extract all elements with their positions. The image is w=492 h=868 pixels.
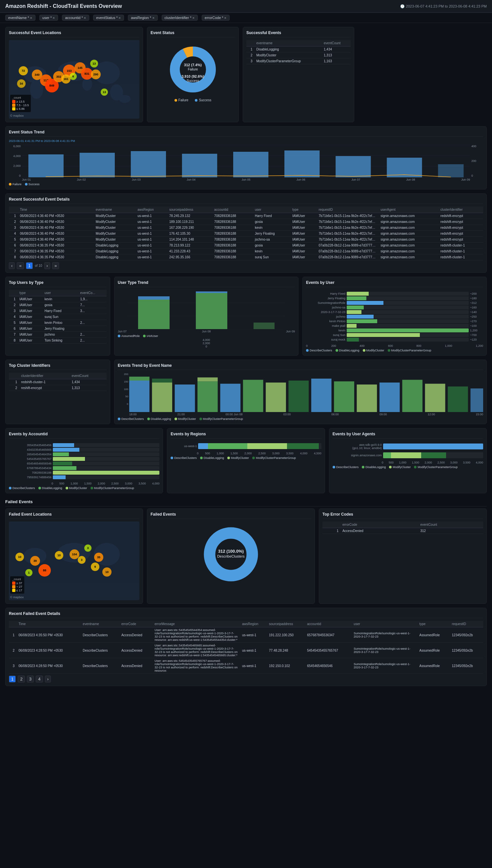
events-trend-legend: DescribeClusters DisableLogging ModifyCl… [118, 417, 483, 421]
useragents-chart: aws-sdk-go/0.9.0(go1.10; linux; amd64) s… [333, 441, 483, 460]
cluster-table: clusterIdentifier eventCount 1redshift-c… [9, 373, 106, 391]
failed-donut-svg: 312 (100.0%) DescribeClusters [201, 525, 261, 584]
table-row: 3 06/08/2023 4:36:40 PM +0530 ModifyClus… [9, 225, 483, 231]
table-row: 4IAMUsersuraj Sun [9, 314, 106, 320]
svg-rect-41 [175, 385, 195, 412]
page-header: Amazon Redshift - CloudTrail Events Over… [0, 0, 492, 13]
failure-label: Failure [178, 98, 189, 102]
failed-page-4[interactable]: 4 [36, 676, 43, 682]
trend-x-axis: Jun 01Jun 02Jun 03Jun 04Jun 05Jun 06Jun … [9, 178, 483, 181]
filter-bar: eventName * user * accountid * eventStat… [0, 13, 492, 23]
map-container: 72 340 34 117 849 302 153 145 831 6 13 1… [9, 40, 140, 119]
table-row: 6 06/08/2023 4:36:35 PM +0530 DisableLog… [9, 242, 483, 248]
trend-legend: Failure Success [9, 183, 483, 186]
svg-rect-22 [182, 154, 217, 177]
col-count: eventCount [322, 40, 351, 47]
filter-awsregion[interactable]: awsRegion * [128, 15, 157, 21]
fbubble-10-1: 10 [16, 553, 24, 561]
fbubble-10-3: 10 [102, 568, 112, 577]
successful-events-table: eventname eventCount 1DisableLogging1,43… [246, 40, 351, 64]
failed-events-table: Time eventname errorCode errorMessage aw… [9, 621, 483, 674]
fbubble-3-2: 3 [78, 556, 85, 564]
svg-rect-51 [379, 383, 400, 412]
svg-rect-20 [80, 153, 115, 177]
table-row: 1redshift-cluster-11,434 [9, 379, 106, 385]
donut-legend: Failure Success [174, 98, 211, 102]
map-legend: _count ≥ 13.5 7.5 - 13.5 ≤ 6.86 [10, 95, 31, 112]
failed-events-scroll[interactable]: Time eventname errorCode errorMessage aw… [9, 621, 483, 674]
events-by-accountid-panel: Events by Accountid 355435435465456 4343… [5, 428, 163, 493]
failed-page-3[interactable]: 3 [27, 676, 34, 682]
bubble-34: 34 [17, 79, 26, 88]
svg-text:DescribeClusters: DescribeClusters [217, 554, 245, 558]
y-label: 4,0002,0000 [118, 338, 295, 348]
table-row: 6IAMUserJerry Floating [9, 326, 106, 332]
filter-errorcode[interactable]: errorCode * [202, 15, 229, 21]
prev-page[interactable]: ‹ [9, 262, 15, 269]
main-content: Successful Event Locations 72 340 [0, 23, 492, 690]
last-page[interactable]: » [52, 262, 59, 269]
recent-events-scroll[interactable]: Time eventname awsRegion sourceipaddress… [9, 207, 483, 260]
svg-rect-55 [470, 389, 483, 412]
first-page[interactable]: « [17, 262, 24, 269]
col-eventname: eventname [254, 40, 322, 47]
fbubble-88: 88 [39, 564, 51, 577]
svg-rect-37 [129, 380, 150, 412]
failed-map-svg [9, 522, 140, 600]
successful-events-title: Successful Events [246, 30, 351, 37]
svg-point-6 [82, 78, 92, 91]
trend-subtitle: 2023-06-01 4:41:31 PM to 2023-06-08 4:41… [9, 139, 483, 142]
donut-chart: 312 (7.4%) Failure 3,910 (92.6%) Success… [151, 40, 235, 105]
table-row: 2IAMUsergosia7... [9, 302, 106, 308]
filter-accountid[interactable]: accountid * [62, 15, 89, 21]
error-codes-table: errorCode eventCount 1 AccessDenied 312 [322, 522, 483, 534]
filter-eventname[interactable]: eventName * [5, 15, 35, 21]
next-page[interactable]: › [44, 262, 50, 269]
fbubble-9: 9 [91, 562, 99, 571]
table-row: 1 AccessDenied 312 [322, 528, 483, 534]
events-by-user-panel: Events by User Harry Fixed~200 Jerry Flo… [302, 277, 487, 356]
events-by-user-legend: DescribeClusters DisableLogging ModifyCl… [306, 349, 483, 352]
failed-events-pagination: 1 2 3 4 › [9, 676, 483, 682]
svg-rect-53 [425, 384, 445, 412]
svg-rect-40 [152, 378, 172, 383]
svg-rect-39 [152, 383, 172, 412]
table-row: 5 06/08/2023 4:36:40 PM +0530 ModifyClus… [9, 237, 483, 242]
regions-chart: us-west-1 [171, 441, 321, 451]
top-users-panel: Top Users by Type type user eventCo... 1… [5, 277, 110, 356]
accountid-x-axis: 05001,0001,5002,0002,5003,0003,5004,000 [9, 482, 159, 485]
failed-page-1[interactable]: 1 [9, 676, 16, 682]
row-failed-top: Failed Event Locations 10 39 1 88 10 104… [5, 508, 487, 604]
svg-rect-49 [334, 381, 354, 412]
page-1[interactable]: 1 [26, 262, 33, 269]
top-error-codes-panel: Top Error Codes errorCode eventCount 1 A… [319, 508, 487, 604]
bubble-13-1: 13 [90, 60, 98, 68]
fbubble-3-1: 3 [84, 545, 92, 552]
svg-text:312 (100.0%): 312 (100.0%) [218, 549, 244, 554]
svg-rect-25 [336, 156, 371, 177]
table-row: 3ModifyClusterParameterGroup1,163 [246, 58, 351, 64]
filter-eventstatus[interactable]: eventStatus * [93, 15, 124, 21]
failed-next[interactable]: › [45, 676, 51, 682]
svg-rect-24 [285, 151, 319, 177]
recent-events-pagination: ‹ « 1 of 10 › » [9, 262, 483, 269]
event-status-title: Event Status [151, 30, 235, 37]
trend-chart [22, 144, 470, 177]
event-status-trend-title: Event Status Trend [9, 130, 483, 137]
filter-clusteridentifier[interactable]: clusterIdentifier * [162, 15, 198, 21]
table-row: 3 06/08/2023 4:28:50 PM +0530 DescribeCl… [9, 658, 483, 674]
time-range: 🕐 2023-06-07 4:41:23 PM to 2023-06-08 4:… [400, 4, 487, 8]
table-row: 2 06/08/2023 4:36:40 PM +0530 ModifyClus… [9, 219, 483, 225]
svg-rect-19 [28, 154, 64, 177]
failed-page-2[interactable]: 2 [18, 676, 25, 682]
events-trend-svg [129, 373, 483, 412]
recent-events-table: Time eventname awsRegion sourceipaddress… [9, 207, 483, 260]
recent-successful-events-panel: Recent Successful Event Details Time eve… [5, 193, 487, 273]
svg-text:Success: Success [187, 79, 199, 83]
map-panel-title: Successful Event Locations [9, 30, 140, 37]
svg-rect-44 [220, 384, 240, 412]
table-row: 1 06/08/2023 4:35:50 PM +0530 DescribeCl… [9, 627, 483, 643]
svg-rect-48 [311, 378, 331, 412]
events-by-useragents-panel: Events by User Agents aws-sdk-go/0.9.0(g… [329, 428, 487, 493]
filter-user[interactable]: user * [39, 15, 58, 21]
